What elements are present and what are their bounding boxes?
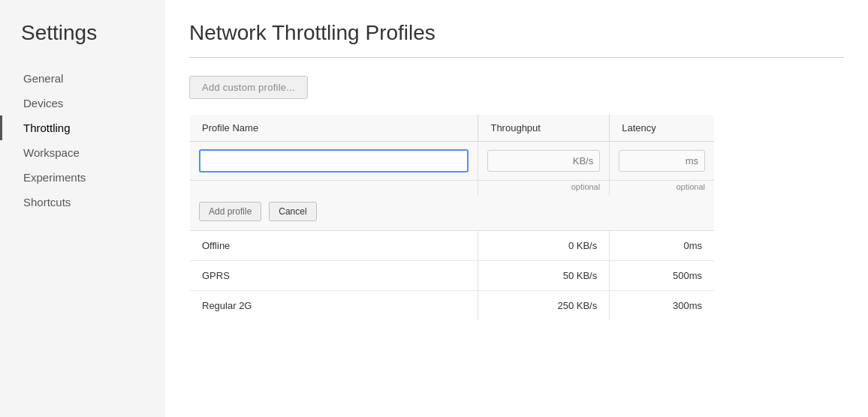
sidebar: Settings General Devices Throttling Work… — [0, 0, 165, 417]
latency-input[interactable] — [619, 150, 705, 172]
table-row: Offline 0 KB/s 0ms — [190, 231, 715, 261]
row-throughput: 250 KB/s — [478, 291, 610, 321]
header-throughput: Throughput — [478, 115, 610, 142]
row-latency: 500ms — [610, 261, 715, 291]
divider — [189, 57, 844, 58]
sidebar-item-throttling[interactable]: Throttling — [0, 116, 165, 140]
sidebar-item-devices[interactable]: Devices — [0, 91, 165, 116]
sidebar-item-general[interactable]: General — [0, 66, 165, 91]
action-buttons-row: Add profile Cancel — [190, 196, 715, 231]
header-profile-name: Profile Name — [190, 115, 478, 142]
sidebar-nav: General Devices Throttling Workspace Exp… — [0, 66, 165, 214]
sidebar-item-experiments[interactable]: Experiments — [0, 165, 165, 190]
table-header-row: Profile Name Throughput Latency — [190, 115, 715, 142]
action-buttons-cell: Add profile Cancel — [190, 196, 715, 231]
header-latency: Latency — [610, 115, 715, 142]
main-content: Network Throttling Profiles Add custom p… — [165, 0, 868, 417]
table-row: Regular 2G 250 KB/s 300ms — [190, 291, 715, 321]
sidebar-title: Settings — [0, 21, 165, 66]
sidebar-item-shortcuts[interactable]: Shortcuts — [0, 190, 165, 214]
row-profile-name: Offline — [190, 231, 478, 261]
profile-name-input[interactable] — [199, 149, 469, 172]
row-throughput: 50 KB/s — [478, 261, 610, 291]
throughput-cell — [478, 142, 610, 181]
row-latency: 300ms — [610, 291, 715, 321]
row-profile-name: Regular 2G — [190, 291, 478, 321]
empty-optional-cell — [190, 181, 478, 196]
row-latency: 0ms — [610, 231, 715, 261]
row-profile-name: GPRS — [190, 261, 478, 291]
optional-labels-row: optional optional — [190, 181, 715, 196]
add-profile-button[interactable]: Add profile — [199, 202, 261, 221]
page-title: Network Throttling Profiles — [189, 21, 844, 45]
sidebar-item-workspace[interactable]: Workspace — [0, 140, 165, 165]
table-row: GPRS 50 KB/s 500ms — [190, 261, 715, 291]
input-row — [190, 142, 715, 181]
latency-optional-label: optional — [610, 181, 715, 196]
profile-name-cell — [190, 142, 478, 181]
row-throughput: 0 KB/s — [478, 231, 610, 261]
profiles-table: Profile Name Throughput Latency — [189, 114, 715, 321]
cancel-button[interactable]: Cancel — [269, 202, 316, 221]
throughput-input[interactable] — [487, 150, 600, 172]
throughput-optional-label: optional — [478, 181, 610, 196]
add-custom-profile-button[interactable]: Add custom profile... — [189, 76, 308, 99]
latency-cell — [610, 142, 715, 181]
